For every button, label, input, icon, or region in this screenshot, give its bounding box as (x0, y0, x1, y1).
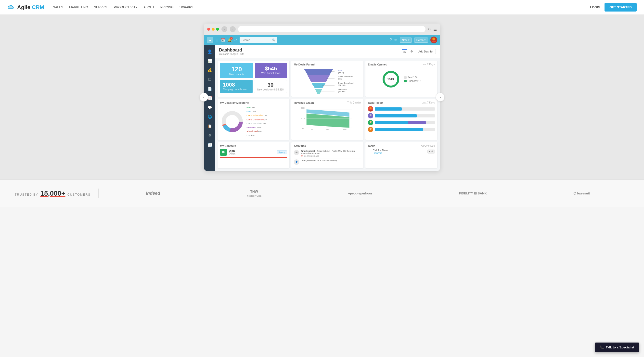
task-avatar-4 (368, 127, 373, 132)
sidebar-icon-contacts[interactable]: 👤 (205, 47, 214, 56)
campaign-emails-number: 1008 (223, 82, 250, 88)
revenue-chart: 200k 100k 0k Jan Feb Mar (294, 106, 361, 130)
nav-marketing[interactable]: MARKETING (69, 6, 88, 9)
dashboard-grid: 120 New contacts $545 Won from 9 deals (215, 58, 440, 171)
crm-table-icon[interactable]: ⊞ (216, 38, 218, 42)
top-navigation: Agile CRM SALES MARKETING SERVICE PRODUC… (0, 0, 644, 15)
crm-logo[interactable]: ☁ (207, 37, 213, 43)
new-contacts-card: 120 New contacts (220, 63, 253, 78)
task-item-1: Call for Demo Francois Call (368, 149, 435, 154)
browser-chrome: ‹ › ↻ ☰ (204, 24, 440, 35)
nav-sales[interactable]: SALES (53, 6, 63, 9)
svg-text:0k: 0k (302, 128, 304, 130)
settings-icon[interactable]: ⚙ (409, 49, 414, 54)
tasks-period: All Over Due (421, 144, 435, 147)
svg-text:31: 31 (404, 51, 406, 53)
activity-item-1: ✉ Email subject - Email subject - Agile … (294, 149, 361, 158)
hamburger-icon[interactable]: ☰ (433, 27, 437, 32)
edit-icon[interactable]: ✏ (394, 38, 397, 42)
indeed-logo: indeed (146, 191, 160, 196)
nav-500apps[interactable]: 500APPS (180, 6, 193, 9)
carousel-left-arrow[interactable]: ‹ (200, 93, 208, 102)
traffic-lights (207, 28, 219, 31)
crm-topbar: ☁ ⊞ 📅 🔔 7 ↩ 🔍 ? ✏ New ▾ (204, 35, 440, 45)
activities-dashlet: Activities ✉ Email subject - Email subje… (291, 142, 363, 168)
browser-window: ‹ › ↻ ☰ ☁ ⊞ 📅 🔔 7 ↩ 🔍 (204, 24, 440, 171)
fullscreen-button-tl[interactable] (216, 28, 219, 31)
task-action-button[interactable]: Call (428, 150, 435, 154)
crm-history-icon[interactable]: ↩ (234, 38, 237, 42)
phone-icon: 📞 (600, 346, 604, 349)
new-deals-card: 30 New deals worth $5,318 (254, 80, 287, 93)
talk-to-specialist-button[interactable]: 📞 Talk to a Specialist (595, 342, 639, 352)
funnel-chart (302, 68, 336, 94)
dashboard-title: Dashboard (219, 48, 244, 53)
vertical-divider (98, 188, 98, 198)
revenue-dashlet: Revenue Graph This Quarter 200k 100k 0k (291, 99, 363, 140)
sidebar-icon-money[interactable]: 💰 (205, 66, 214, 74)
contacts-title: My Contacts (220, 144, 287, 147)
milestone-donut-chart (220, 109, 244, 134)
help-icon[interactable]: ? (390, 38, 392, 42)
google-calendar-icon[interactable]: 31 (402, 49, 407, 54)
emails-opened-dashlet: Emails Opened Last 2 Days 100% (366, 60, 437, 97)
nav-pricing[interactable]: PRICING (160, 6, 174, 9)
close-button-tl[interactable] (207, 28, 210, 31)
sidebar-icon-docs[interactable]: 📄 (205, 84, 214, 93)
nav-back-arrow[interactable]: ‹ (222, 26, 227, 32)
new-button[interactable]: New ▾ (400, 38, 412, 43)
won-amount-label: Won from 9 deals (258, 72, 284, 74)
user-avatar[interactable] (430, 36, 437, 44)
new-deals-number: 30 (257, 82, 284, 88)
reload-icon[interactable]: ↻ (428, 27, 431, 31)
crm-interface: ☁ ⊞ 📅 🔔 7 ↩ 🔍 ? ✏ New ▾ (204, 35, 440, 171)
trusted-number: 15,000+ (40, 190, 65, 197)
contact-tag: Signup (277, 150, 287, 154)
task-avatar-1 (368, 106, 373, 112)
activities-title: Activities (294, 144, 361, 147)
activity-text-1: Email subject - Email subject - Agile CR… (301, 150, 361, 155)
nav-links: SALES MARKETING SERVICE PRODUCTIVITY ABO… (53, 6, 193, 9)
sidebar-icon-reports[interactable]: 📋 (205, 122, 214, 130)
login-button[interactable]: LOGIN (590, 6, 600, 9)
svg-point-17 (226, 116, 238, 128)
crm-notification-icon[interactable]: 🔔 7 (228, 38, 232, 42)
trusted-text: TRUSTED BY 15,000+ CUSTOMERS (15, 190, 90, 198)
sidebar-icon-globe[interactable]: 🌐 (205, 112, 214, 121)
fidelity-logo: FIDELITY ⊟ BANK (459, 192, 486, 195)
nav-productivity[interactable]: PRODUCTIVITY (114, 6, 138, 9)
revenue-title: Revenue Graph (294, 101, 314, 104)
task-report-dashlet: Task Report Last 7 Days (366, 99, 437, 140)
my-contacts-dashlet: My Contacts Di Dion Other, Signup (218, 142, 290, 168)
stats-dashlet: 120 New contacts $545 Won from 9 deals (218, 60, 290, 97)
campaign-emails-label: Campaign emails sent (223, 88, 250, 91)
sidebar-icon-charts[interactable]: 📉 (205, 140, 214, 149)
nav-service[interactable]: SERVICE (94, 6, 108, 9)
nav-about[interactable]: ABOUT (144, 6, 154, 9)
carousel-right-arrow[interactable]: › (436, 93, 444, 102)
svg-text:Feb: Feb (326, 128, 330, 130)
crm-calendar-icon[interactable]: 📅 (221, 38, 225, 42)
contact-item: Di Dion Other, Signup (220, 149, 287, 156)
sidebar-icon-integrations[interactable]: ⚙ (205, 131, 214, 140)
sidebar-icon-deals[interactable]: 📊 (205, 56, 214, 65)
get-started-button[interactable]: GET STARTED (604, 3, 637, 12)
nav-forward-arrow[interactable]: › (230, 26, 236, 32)
task-report-title: Task Report (368, 101, 383, 104)
task-checkbox[interactable] (368, 150, 371, 153)
milestone-dashlet: My Deals by Milestone (218, 99, 290, 140)
sidebar-icon-tasks[interactable]: ☐ (205, 75, 214, 84)
svg-point-28 (370, 114, 372, 116)
sidebar-icon-chat[interactable]: 💬 (205, 103, 214, 112)
url-bar[interactable] (238, 26, 426, 32)
svg-marker-7 (315, 89, 322, 94)
crm-search-input[interactable] (242, 38, 271, 42)
dashboard-title-area: Dashboard Welcome to Agile CRM (219, 48, 244, 56)
demo-button[interactable]: Demo ▾ (414, 38, 428, 43)
minimize-button-tl[interactable] (212, 28, 214, 31)
task-avatar-2 (368, 113, 373, 118)
emails-period: Last 2 Days (422, 63, 435, 66)
add-dashlet-button[interactable]: Add Dashlet (416, 49, 436, 54)
task-person-name: Francois (373, 152, 426, 154)
crm-sidebar: 👤 📊 💰 ☐ 📄 📈 💬 🌐 📋 ⚙ 📉 (204, 45, 215, 171)
